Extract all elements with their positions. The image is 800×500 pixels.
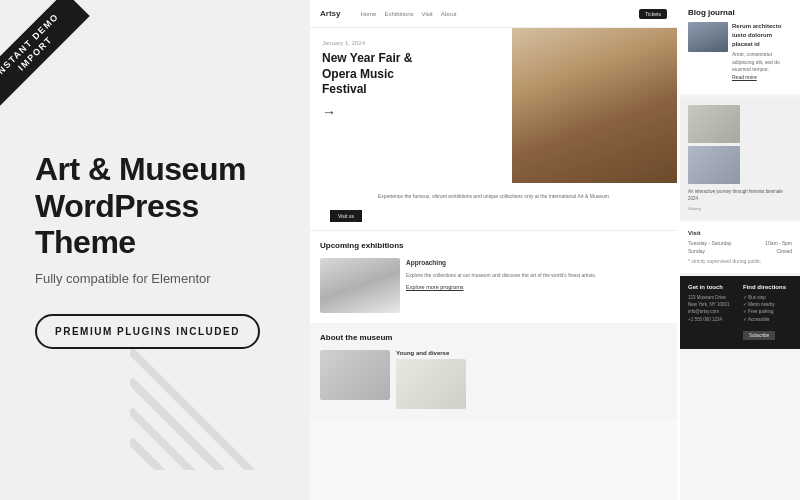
exhibitions-section: Upcoming exhibitions Approaching Explore… <box>310 230 677 323</box>
contact-title-1: Get in touch <box>688 284 737 290</box>
about-image-2 <box>396 359 466 409</box>
exhibition-image <box>320 258 400 313</box>
hours-time-1: 10am - 5pm <box>765 240 792 246</box>
hero-bottom-text: Experience the famous, vibrant exhibitio… <box>322 189 665 204</box>
svg-line-0 <box>130 350 290 470</box>
subtitle: Fully compatible for Elementor <box>35 271 275 286</box>
hero-subtext-area: Experience the famous, vibrant exhibitio… <box>310 183 677 230</box>
hours-day-1: Tuesday - Saturday <box>688 240 731 246</box>
nav-about: About <box>441 11 457 17</box>
hero-section: January 1, 2024 New Year Fair & Opera Mu… <box>310 28 677 183</box>
blog-item-desc-1: Amet, consectetur adipiscing elit, sed d… <box>732 51 780 72</box>
svg-line-3 <box>130 440 290 470</box>
exhibition-item-text: Explore the collections at our museum an… <box>406 272 596 278</box>
blog-section: Blog journal Rerum architecto iusto dolo… <box>680 0 800 94</box>
hero-title-line3: Festival <box>322 82 367 96</box>
nav-home: Home <box>360 11 376 17</box>
sidebar-img-2 <box>688 146 740 184</box>
nav-items: Home Exhibitions Visit About <box>360 11 456 17</box>
hero-image-inner <box>512 28 677 183</box>
sidebar-image-grid: An interactive journey through feminist … <box>680 97 800 219</box>
ribbon-wrap: INSTANT DEMO IMPORT <box>0 0 110 110</box>
left-panel: INSTANT DEMO IMPORT Art & Museum WordPre… <box>0 0 310 500</box>
exhibition-img-inner <box>320 258 400 313</box>
svg-line-1 <box>130 380 290 470</box>
hero-title-line2: Opera Music <box>322 67 394 81</box>
right-panel: Artsy Home Exhibitions Visit About Ticke… <box>310 0 800 500</box>
blog-image-1 <box>688 22 728 52</box>
hero-date: January 1, 2024 <box>322 40 500 46</box>
exhibition-item-title: Approaching <box>406 258 667 268</box>
contact-section: Get in touch 123 Museum DriveNew York, N… <box>680 276 800 349</box>
sidebar-img-caption: An interactive journey through feminist … <box>688 187 792 203</box>
title-line2: WordPress Theme <box>35 188 199 261</box>
hero-title: New Year Fair & Opera Music Festival <box>322 51 500 98</box>
svg-line-2 <box>130 410 290 470</box>
nav-visit: Visit <box>421 11 432 17</box>
nav-exhibitions: Exhibitions <box>384 11 413 17</box>
contact-col-2: Find directions ✓ Bus stop✓ Metro nearby… <box>743 284 792 341</box>
contact-col-1: Get in touch 123 Museum DriveNew York, N… <box>688 284 737 341</box>
about-grid: Young and diverse <box>320 350 667 409</box>
preview-sidebar: Blog journal Rerum architecto iusto dolo… <box>680 0 800 500</box>
contact-title-2: Find directions <box>743 284 792 290</box>
hero-text: January 1, 2024 New Year Fair & Opera Mu… <box>310 28 512 183</box>
hours-title: Visit <box>688 230 792 236</box>
sidebar-img-1 <box>688 105 740 143</box>
exhibitions-section-title: Upcoming exhibitions <box>320 241 667 250</box>
explore-more-link[interactable]: Explore more programs <box>406 283 667 292</box>
blog-img-inner <box>688 22 728 52</box>
preview-main: Artsy Home Exhibitions Visit About Ticke… <box>310 0 677 500</box>
hours-time-2: Closed <box>776 248 792 254</box>
contact-text-2: ✓ Bus stop✓ Metro nearby✓ Free parking✓ … <box>743 294 792 323</box>
hero-title-line1: New Year Fair & <box>322 51 413 65</box>
hero-arrow: → <box>322 104 500 120</box>
nav-tickets-btn[interactable]: Tickets <box>639 9 667 19</box>
contact-text-1: 123 Museum DriveNew York, NY 10001info@a… <box>688 294 737 323</box>
sidebar-img-subtext: Visiting <box>688 206 792 212</box>
exhibitions-grid: Approaching Explore the collections at o… <box>320 258 667 313</box>
instant-demo-ribbon: INSTANT DEMO IMPORT <box>0 0 90 108</box>
site-logo: Artsy <box>320 9 340 18</box>
ribbon-line1: INSTANT DEMO <box>0 11 61 79</box>
main-title: Art & Museum WordPress Theme <box>35 151 275 261</box>
blog-item-1: Rerum architecto iusto dolorum placeat i… <box>688 22 792 81</box>
subscribe-button[interactable]: Subscribe <box>743 331 775 340</box>
support-text: * strictly supervised during public <box>688 258 792 265</box>
site-nav: Artsy Home Exhibitions Visit About Ticke… <box>310 0 677 28</box>
about-section-title: About the museum <box>320 333 667 342</box>
read-more-link-1[interactable]: Read more <box>732 74 757 80</box>
premium-plugins-button[interactable]: PREMIUM PLUGINS INCLUDED <box>35 314 260 349</box>
blog-section-title: Blog journal <box>688 8 792 17</box>
about-section: About the museum Young and diverse <box>310 323 677 419</box>
blog-item-title-1: Rerum architecto iusto dolorum placeat i… <box>732 22 792 49</box>
blog-item-text-1: Rerum architecto iusto dolorum placeat i… <box>732 22 792 81</box>
hours-section: Visit Tuesday - Saturday 10am - 5pm Sund… <box>680 222 800 273</box>
hero-image <box>512 28 677 183</box>
about-image-1 <box>320 350 390 400</box>
hours-row-2: Sunday Closed <box>688 248 792 254</box>
hero-cta-button[interactable]: Visit us <box>330 210 362 222</box>
exhibition-text: Approaching Explore the collections at o… <box>406 258 667 313</box>
about-col2-title: Young and diverse <box>396 350 466 356</box>
hours-row-1: Tuesday - Saturday 10am - 5pm <box>688 240 792 246</box>
title-line1: Art & Museum <box>35 151 246 187</box>
hours-day-2: Sunday <box>688 248 705 254</box>
